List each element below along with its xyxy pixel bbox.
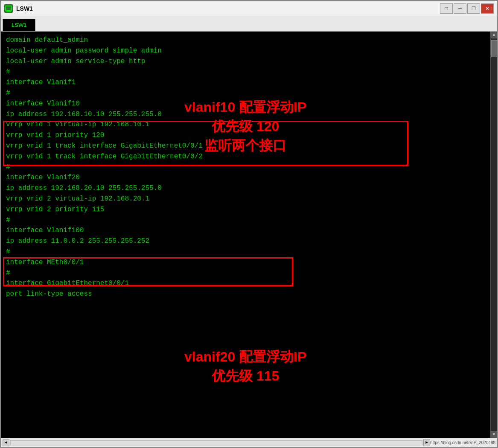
bottom-bar: ◄ ► https://blog.csdn.net/VIP_2020488	[1, 438, 497, 447]
annotation-vlanif20: vlanif20 配置浮动IP 优先级 115	[184, 347, 306, 386]
line-13: #	[6, 162, 485, 173]
close-button[interactable]: ✕	[481, 3, 494, 14]
hscroll-track[interactable]	[10, 440, 422, 445]
line-7: interface Vlanif10	[6, 99, 485, 109]
title-bar: LSW1 ❐ ─ □ ✕	[1, 1, 497, 16]
line-16: vrrp vrid 2 virtual-ip 192.168.20.1	[6, 194, 485, 204]
line-22: interface MEth0/0/1	[6, 257, 485, 268]
svg-rect-1	[7, 10, 10, 11]
window-controls: ❐ ─ □ ✕	[440, 3, 494, 14]
minimize-button[interactable]: ─	[454, 3, 466, 14]
line-3: local-user admin service-type http	[6, 56, 485, 67]
line-23: #	[6, 268, 485, 279]
line-4: #	[6, 67, 485, 77]
scroll-up-button[interactable]: ▲	[491, 32, 498, 38]
tab-lsw1[interactable]: LSW1	[3, 19, 35, 31]
line-11: vrrp vrid 1 track interface GigabitEther…	[6, 141, 485, 151]
horizontal-scrollbar: ◄ ► https://blog.csdn.net/VIP_2020488	[3, 439, 495, 446]
svg-rect-2	[6, 11, 11, 12]
line-24: interface GigabitEthernet0/0/1	[6, 278, 485, 289]
line-6: #	[6, 88, 485, 99]
terminal-content: domain default_admin local-user admin pa…	[1, 32, 490, 438]
restore-button[interactable]: ❐	[440, 3, 453, 14]
line-2: local-user admin password simple admin	[6, 46, 485, 56]
line-9: vrrp vrid 1 virtual-ip 192.168.10.1	[6, 119, 485, 130]
line-20: ip address 11.0.0.2 255.255.255.252	[6, 236, 485, 247]
line-19: interface Vlanif100	[6, 225, 485, 236]
line-8: ip address 192.168.10.10 255.255.255.0	[6, 109, 485, 120]
line-1: domain default_admin	[6, 35, 485, 46]
line-10: vrrp vrid 1 priority 120	[6, 130, 485, 141]
line-14: interface Vlanif20	[6, 172, 485, 183]
line-12: vrrp vrid 1 track interface GigabitEther…	[6, 151, 485, 162]
tab-bar: LSW1	[1, 16, 497, 32]
app-icon	[4, 4, 13, 13]
line-5: interface Vlanif1	[6, 77, 485, 88]
vertical-scrollbar[interactable]: ▲ ▼	[490, 32, 497, 438]
hscroll-right-button[interactable]: ►	[423, 439, 430, 446]
svg-rect-0	[6, 6, 12, 10]
line-25: port link-type access	[6, 289, 485, 300]
line-15: ip address 192.168.20.10 255.255.255.0	[6, 183, 485, 194]
maximize-button[interactable]: □	[467, 3, 480, 14]
line-18: #	[6, 215, 485, 226]
terminal-area: domain default_admin local-user admin pa…	[1, 32, 497, 438]
scroll-down-button[interactable]: ▼	[491, 431, 498, 438]
line-17: vrrp vrid 2 priority 115	[6, 204, 485, 215]
main-window: LSW1 ❐ ─ □ ✕ LSW1 domain default_admin l…	[0, 0, 498, 448]
hscroll-left-button[interactable]: ◄	[3, 439, 9, 446]
status-text: https://blog.csdn.net/VIP_2020488	[430, 440, 495, 445]
window-title: LSW1	[16, 5, 33, 12]
line-21: #	[6, 247, 485, 257]
scrollbar-thumb[interactable]	[491, 40, 497, 57]
